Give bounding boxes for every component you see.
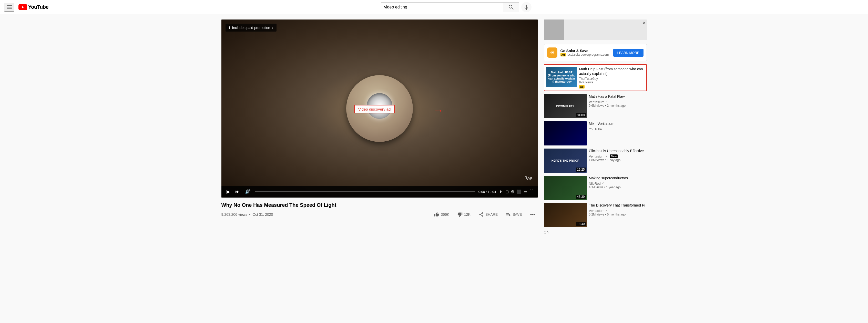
sidebar-video-item[interactable]: 45:39 Making superconductors NileRed✓ 10… [544, 176, 647, 200]
play-button[interactable]: ▶ [225, 188, 231, 196]
header-center: video editing [49, 2, 864, 12]
sidebar-video-thumbnail: INCOMPLETE 34:00 [544, 94, 587, 118]
like-count: 366K [441, 212, 449, 216]
verified-icon: ✓ [605, 209, 608, 212]
sidebar-video-info: Clickbait is Unreasonably Effective Veri… [589, 149, 647, 173]
sidebar-video-title: The Discovery That Transformed Pi [589, 203, 647, 208]
display-ad-info: Go Solar & Save Ad local.solarpowerprogr… [560, 49, 610, 56]
ad-badge: Ad [560, 53, 566, 56]
sidebar-video-item[interactable]: Mix - Veritasium YouTube [544, 121, 647, 145]
like-button[interactable]: 366K [432, 210, 451, 218]
video-controls: ▶ ⏭ 🔊 0:00 / 19:04 ⏵ ⊡ ⚙ ⬛ ▭ ⛶ [221, 186, 538, 198]
main-layout: Ve ℹ Includes paid promotion › Video dis… [216, 14, 652, 239]
control-icons-right: ⏵ ⊡ ⚙ ⬛ ▭ ⛶ [499, 189, 533, 194]
next-button[interactable]: ⏭ [234, 188, 241, 196]
sidebar-video-meta: 1.8M views • 1 day ago [589, 158, 647, 162]
share-icon [479, 212, 484, 217]
sidebar: ✕ ☀ Go Solar & Save Ad local.solarpowerp… [544, 20, 647, 234]
sidebar-video-channel: Veritasium✓New [589, 154, 647, 158]
more-options-button[interactable]: ••• [528, 211, 537, 218]
sidebar-video-meta: 9.6M views • 2 months ago [589, 104, 647, 108]
autoplay-toggle[interactable]: ⏵ [499, 189, 503, 194]
discovery-ad-thumbnail: Math Help FAST (From someone who can act… [547, 67, 577, 87]
fullscreen-button[interactable]: ⛶ [529, 189, 533, 194]
dislike-count: 12K [464, 212, 470, 216]
video-duration: 18:40 [576, 222, 586, 226]
sidebar-video-thumbnail [544, 121, 587, 145]
video-watermark: Ve [525, 174, 532, 182]
discovery-ad-arrow: → [433, 105, 443, 115]
sidebar-video-title: Clickbait is Unreasonably Effective [589, 149, 647, 153]
progress-bar[interactable] [255, 191, 475, 192]
display-ad-icon: ☀ [547, 48, 557, 58]
video-duration: 45:39 [576, 195, 586, 199]
sidebar-video-channel: Veritasium✓ [589, 209, 647, 213]
sidebar-video-thumbnail: HERE'S THE PROOF 19:25 [544, 149, 587, 173]
sidebar-video-item[interactable]: 18:40 The Discovery That Transformed Pi … [544, 203, 647, 227]
discovery-ad-channel: ThatTutorGuy [579, 77, 644, 81]
ad-banner-top: ✕ [544, 20, 647, 40]
theater-button[interactable]: ▭ [524, 189, 527, 194]
volume-button[interactable]: 🔊 [244, 188, 252, 196]
ad-close-button[interactable]: ✕ [643, 21, 646, 25]
sidebar-video-meta: 5.2M views • 5 months ago [589, 213, 647, 216]
sidebar-video-item[interactable]: INCOMPLETE 34:00 Math Has a Fatal Flaw V… [544, 94, 647, 118]
save-icon [506, 212, 511, 217]
share-label: SHARE [485, 212, 498, 216]
info-icon: ℹ [228, 25, 230, 30]
sidebar-video-thumbnail: 18:40 [544, 203, 587, 227]
sidebar-video-info: Math Has a Fatal Flaw Veritasium✓ 9.6M v… [589, 94, 647, 118]
sidebar-video-info: The Discovery That Transformed Pi Verita… [589, 203, 647, 227]
sidebar-video-channel: YouTube [589, 127, 647, 131]
thumbs-up-icon [434, 212, 439, 217]
miniplayer-button[interactable]: ⬛ [517, 189, 522, 194]
paid-promotion-text: Includes paid promotion [232, 26, 270, 30]
sidebar-video-info: Mix - Veritasium YouTube [589, 121, 647, 145]
on-label: On [544, 230, 647, 234]
display-ad-url: Ad local.solarpowerprograms.com [560, 53, 610, 56]
sidebar-video-channel: NileRed✓ [589, 182, 647, 185]
share-button[interactable]: SHARE [477, 210, 500, 218]
youtube-logo[interactable]: YouTube [19, 4, 49, 10]
display-ad-domain: local.solarpowerprograms.com [567, 53, 609, 56]
search-bar: video editing [381, 2, 519, 12]
video-meta: 9,263,206 views • Oct 31, 2020 366K 12K … [221, 210, 538, 218]
video-actions: 366K 12K SHARE SAVE ••• [432, 210, 537, 218]
discovery-ad-title: Math Help Fast (from someone who can act… [579, 67, 644, 76]
sidebar-video-channel: Veritasium✓ [589, 100, 647, 104]
discovery-ad-thumb-image: Math Help FAST (From someone who can act… [547, 67, 577, 87]
video-views-date: 9,263,206 views • Oct 31, 2020 [221, 212, 273, 216]
dislike-button[interactable]: 12K [456, 210, 472, 218]
svg-point-2 [509, 5, 512, 8]
sidebar-video-item[interactable]: HERE'S THE PROOF 19:25 Clickbait is Unre… [544, 149, 647, 173]
settings-button[interactable]: ⚙ [511, 189, 514, 194]
save-button[interactable]: SAVE [504, 210, 524, 218]
verified-icon: ✓ [605, 100, 608, 104]
sidebar-video-info: Making superconductors NileRed✓ 10M view… [589, 176, 647, 200]
search-button[interactable] [503, 2, 519, 12]
youtube-icon [19, 4, 27, 10]
subtitles-button[interactable]: ⊡ [505, 189, 509, 194]
mic-button[interactable] [521, 2, 531, 12]
sidebar-videos-list: INCOMPLETE 34:00 Math Has a Fatal Flaw V… [544, 94, 647, 227]
learn-more-button[interactable]: LEARN MORE [613, 49, 644, 57]
youtube-wordmark: YouTube [28, 4, 49, 10]
sidebar-video-title: Mix - Veritasium [589, 121, 647, 126]
sidebar-thumb-image [544, 121, 587, 145]
search-input[interactable]: video editing [381, 2, 503, 12]
discovery-ad-card[interactable]: Math Help FAST (From someone who can act… [544, 64, 647, 91]
discovery-ad-views: 97K views [579, 81, 644, 84]
mic-icon [524, 4, 529, 10]
sidebar-video-meta: 10M views • 1 year ago [589, 185, 647, 189]
video-player[interactable]: Ve ℹ Includes paid promotion › Video dis… [221, 20, 538, 198]
verified-icon: ✓ [605, 154, 608, 158]
verified-icon: ✓ [602, 182, 604, 185]
paid-promotion-badge[interactable]: ℹ Includes paid promotion › [225, 24, 277, 32]
video-title: Why No One Has Measured The Speed Of Lig… [221, 202, 538, 208]
svg-line-3 [512, 8, 513, 9]
menu-button[interactable] [4, 3, 14, 11]
display-ad[interactable]: ☀ Go Solar & Save Ad local.solarpowerpro… [544, 44, 647, 61]
discovery-ad-more-button[interactable]: ⋮ [640, 67, 644, 72]
discovery-ad-info: Math Help Fast (from someone who can act… [579, 67, 644, 89]
thumbs-down-icon [458, 212, 463, 217]
